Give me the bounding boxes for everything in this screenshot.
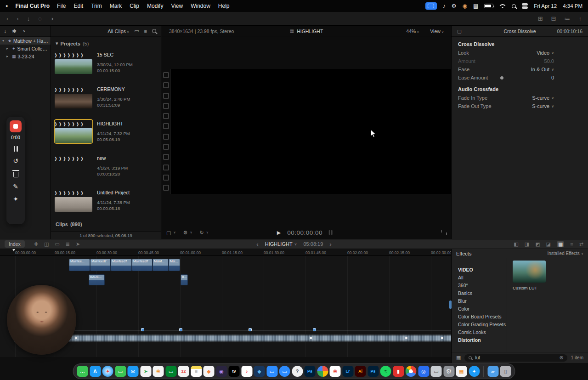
retime-icon[interactable]: ↻∨: [200, 230, 209, 236]
project-row[interactable]: Untitled Project 4/11/24, 7:38 PM 00:00:…: [51, 186, 161, 221]
dock-messages-icon[interactable]: …: [77, 366, 88, 377]
dock-compass-app-icon[interactable]: ✦: [469, 366, 480, 377]
project-thumbnail[interactable]: [55, 51, 92, 74]
filmstrip-view-icon[interactable]: ▭: [134, 28, 139, 34]
settings-gear-icon[interactable]: ⚙: [452, 3, 457, 9]
timeline-clip[interactable]: B...: [181, 274, 188, 285]
insert-edit-icon[interactable]: ◨: [525, 241, 529, 247]
timeline-clip[interactable]: Mainfeed7: [111, 259, 132, 271]
download-icon[interactable]: ↓: [27, 15, 30, 22]
effects-tools-icon[interactable]: ⚙∨: [183, 230, 192, 236]
control-center-icon[interactable]: [522, 3, 528, 9]
slider-handle[interactable]: [500, 76, 503, 79]
dock-zoom-meeting-icon[interactable]: ▭: [279, 366, 290, 377]
parameter-value[interactable]: 50.0: [544, 58, 554, 64]
dock-display-icon[interactable]: ▭: [431, 366, 442, 377]
viewer-canvas[interactable]: [170, 69, 451, 194]
import-media-icon[interactable]: ↓: [4, 28, 6, 34]
wifi-icon[interactable]: [499, 4, 506, 8]
timeline-clip[interactable]: Mainfeed7: [132, 259, 153, 271]
dock-lightroom-icon[interactable]: Lr: [342, 366, 353, 377]
stop-recording-button[interactable]: [10, 120, 22, 132]
project-thumbnail[interactable]: [55, 189, 92, 212]
timeline-clip[interactable]: Mainf...: [153, 259, 169, 271]
library-item[interactable]: ▸ ▦ 3-23-24: [0, 52, 51, 60]
apple-menu-icon[interactable]: ●: [6, 4, 8, 8]
dock-trash-icon[interactable]: ▯: [500, 366, 511, 377]
background-tasks-icon[interactable]: ◔: [22, 28, 25, 34]
previous-timeline-icon[interactable]: ‹: [256, 241, 258, 248]
dock-safari-icon[interactable]: ✦: [102, 366, 113, 377]
audio-meters-icon[interactable]: [329, 230, 333, 235]
project-row[interactable]: new 4/1/24, 3:19 PM 00:00:10:20: [51, 152, 161, 186]
keyframe-marker[interactable]: [179, 328, 182, 331]
discard-recording-icon[interactable]: [13, 172, 18, 177]
project-thumbnail[interactable]: [55, 154, 92, 177]
effect-thumbnail[interactable]: [513, 261, 546, 283]
project-row[interactable]: HIGHLIGHT 4/11/24, 7:32 PM 00:05:08:19: [51, 117, 161, 152]
audio-keyframe-marker[interactable]: [310, 337, 312, 339]
append-edit-icon[interactable]: ◩: [535, 241, 540, 247]
disclosure-triangle-icon[interactable]: ▾: [56, 40, 58, 46]
next-timeline-icon[interactable]: ›: [329, 241, 331, 248]
menu-bar-date[interactable]: Fri Apr 12: [534, 3, 557, 9]
project-thumbnail[interactable]: [55, 120, 92, 143]
list-options-icon[interactable]: ≔: [565, 15, 571, 22]
tool-range-icon[interactable]: ▭: [55, 241, 59, 247]
dock-mail-icon[interactable]: ✉: [128, 366, 139, 377]
dock-photoshop-icon[interactable]: Ps: [305, 366, 316, 377]
dock-calculator-app-icon[interactable]: ▦: [456, 366, 467, 377]
dock-creative-app-icon[interactable]: ❀: [330, 366, 341, 377]
fullscreen-icon[interactable]: [441, 230, 447, 235]
back-icon[interactable]: ‹: [6, 15, 8, 22]
inspector-row[interactable]: Fade Out Type S-curve: [452, 102, 588, 110]
dock-notes-icon[interactable]: ≡: [191, 366, 202, 377]
dock-camera-app-icon[interactable]: ▭: [165, 366, 176, 377]
effects-category[interactable]: Blur: [452, 297, 507, 305]
overwrite-edit-icon[interactable]: ◪: [546, 241, 551, 247]
effect-item[interactable]: Custom LUT: [513, 261, 546, 290]
menu-item[interactable]: Window: [191, 3, 210, 9]
installed-effects-popup[interactable]: Installed Effects: [547, 251, 583, 256]
tool-clips-icon[interactable]: ◫: [44, 241, 49, 247]
dock-maps-icon[interactable]: ➤: [140, 366, 151, 377]
parameter-value[interactable]: 0: [551, 75, 554, 80]
select-tool-icon[interactable]: ➤: [76, 241, 80, 247]
app-menu-title[interactable]: Final Cut Pro: [15, 3, 50, 9]
audio-keyframe-marker[interactable]: [75, 337, 77, 339]
keyframe-marker[interactable]: [313, 328, 316, 331]
play-button[interactable]: ▶: [277, 230, 281, 236]
dock-spotify-icon[interactable]: ≈: [380, 366, 391, 377]
keyword-editor-icon[interactable]: ✱: [12, 28, 17, 34]
effects-category[interactable]: 360°: [452, 281, 507, 289]
audio-keyframe-marker[interactable]: [405, 337, 407, 339]
colors-dot-icon[interactable]: ◉: [462, 3, 467, 9]
projects-section-header[interactable]: ▾ Projects (5): [51, 37, 161, 48]
restart-recording-icon[interactable]: ↺: [13, 158, 18, 164]
tool-lanes-icon[interactable]: ≣: [66, 241, 70, 247]
spotlight-search-icon[interactable]: [512, 4, 516, 8]
audio-waveform[interactable]: [14, 334, 451, 342]
tool-add-icon[interactable]: ✚: [34, 241, 38, 247]
inspector-row[interactable]: Look Video: [452, 49, 588, 57]
menu-item[interactable]: Modify: [147, 3, 163, 9]
dock-capture-app-icon[interactable]: ◉: [216, 366, 227, 377]
screen-mirroring-indicator[interactable]: [425, 2, 437, 10]
view-popup[interactable]: View∨: [430, 28, 444, 34]
inspector-row[interactable]: Fade In Type S-curve: [452, 94, 588, 102]
project-row[interactable]: CEREMONY 3/30/24, 2:48 PM 00:31:51:09: [51, 83, 161, 117]
share-icon[interactable]: ↑: [579, 15, 582, 22]
skimming-icon[interactable]: ≡: [570, 241, 573, 247]
effects-category[interactable]: Distortion: [452, 336, 507, 344]
effects-category[interactable]: Comic Looks: [452, 328, 507, 336]
contrast-icon[interactable]: ◑: [50, 15, 54, 22]
audio-keyframe-marker[interactable]: [441, 337, 443, 339]
inspector-row[interactable]: Ease In & Out: [452, 65, 588, 74]
menu-item[interactable]: Help: [218, 3, 230, 9]
timeline-clip[interactable]: Mainfee...: [69, 259, 90, 271]
dock-photoshop-beta-icon[interactable]: Ps: [368, 366, 379, 377]
keyframe-marker[interactable]: [249, 328, 252, 331]
window-tile-icon[interactable]: ▤: [473, 3, 478, 9]
inspector-tab-icon[interactable]: ▢: [457, 28, 462, 34]
clear-search-icon[interactable]: ⊗: [560, 355, 564, 361]
